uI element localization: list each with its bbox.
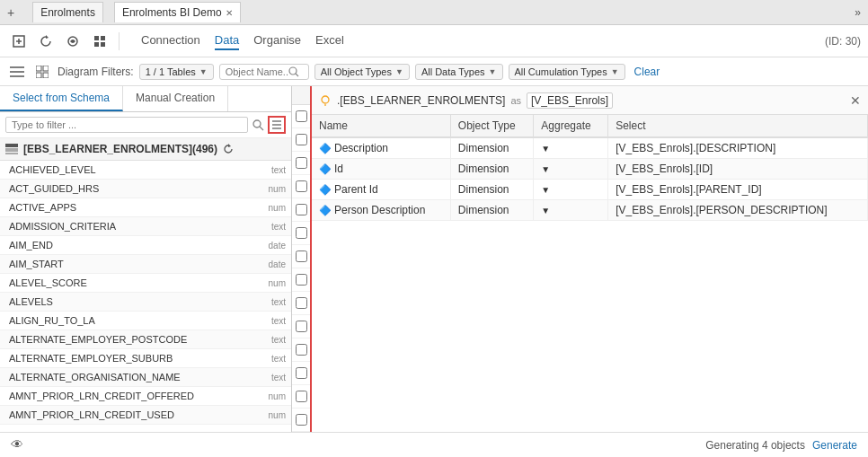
tab-close-icon[interactable]: ✕ (226, 8, 233, 18)
schema-filter-input[interactable] (5, 117, 248, 133)
row-checkbox[interactable] (296, 297, 307, 309)
tables-filter-value: 1 / 1 Tables (146, 66, 196, 77)
clear-filters-button[interactable]: Clear (634, 66, 660, 78)
schema-list-item[interactable]: AIM_ENDdate (0, 236, 291, 255)
status-text: Generating 4 objects (705, 439, 805, 452)
checkbox-cell[interactable] (292, 175, 310, 198)
grid-button[interactable] (88, 30, 111, 53)
svg-point-18 (253, 120, 261, 127)
refresh-button[interactable] (34, 30, 58, 53)
svg-rect-12 (36, 66, 41, 71)
cell-type: Dimension (450, 159, 533, 180)
row-checkbox[interactable] (296, 227, 307, 239)
schema-list-item[interactable]: ALEVELStext (0, 293, 291, 312)
right-table-wrapper: Name Object Type Aggregate Select 🔷Descr… (312, 115, 868, 432)
grid-view-icon[interactable] (32, 62, 52, 82)
row-checkbox[interactable] (296, 321, 307, 332)
tab-manual-creation[interactable]: Manual Creation (123, 86, 228, 111)
schema-list-item[interactable]: ACTIVE_APPSnum (0, 198, 291, 217)
bulb-icon (319, 94, 332, 107)
checkbox-cell[interactable] (292, 128, 310, 152)
row-checkbox[interactable] (296, 274, 307, 286)
list-view-button[interactable] (268, 116, 286, 134)
checkbox-cell[interactable] (292, 292, 310, 315)
checkbox-cell[interactable] (292, 152, 310, 175)
row-checkbox[interactable] (296, 134, 307, 145)
row-checkbox[interactable] (296, 414, 307, 426)
cell-aggregate[interactable]: ▼ (534, 200, 608, 221)
schema-table-name: [EBS_LEARNER_ENROLMENTS](496) (23, 143, 217, 155)
row-checkbox[interactable] (296, 250, 307, 262)
menu-icon[interactable] (7, 62, 27, 82)
object-name-input[interactable] (226, 66, 288, 77)
checkbox-cell[interactable] (292, 362, 310, 385)
schema-list-item[interactable]: ALEVEL_SCOREnum (0, 274, 291, 293)
row-checkbox[interactable] (296, 157, 307, 169)
schema-tabs: Select from Schema Manual Creation (0, 86, 291, 112)
title-bar: + Enrolments Enrolments BI Demo ✕ » (0, 0, 868, 25)
schema-list-item[interactable]: AMNT_PRIOR_LRN_CREDIT_USEDnum (0, 406, 291, 425)
refresh-schema-icon[interactable] (223, 144, 234, 154)
cumulation-types-arrow: ▼ (611, 67, 619, 76)
nav-excel[interactable]: Excel (315, 31, 344, 50)
schema-list-item[interactable]: ALIGN_RU_TO_LAtext (0, 312, 291, 330)
nav-organise[interactable]: Organise (253, 31, 301, 50)
row-checkbox[interactable] (296, 110, 307, 122)
checkbox-cell[interactable] (292, 385, 310, 409)
alias-value[interactable]: [V_EBS_Enrols] (527, 92, 613, 109)
schema-search-icon[interactable] (252, 119, 264, 131)
checkbox-cell[interactable] (292, 315, 310, 338)
schema-list-item[interactable]: AMNT_PRIOR_LRN_CREDIT_OFFEREDnum (0, 387, 291, 406)
checkbox-cell[interactable] (292, 338, 310, 362)
row-checkbox[interactable] (296, 180, 307, 192)
generate-button[interactable]: Generate (812, 439, 857, 452)
close-right-panel-button[interactable]: ✕ (850, 93, 861, 108)
object-types-arrow: ▼ (395, 67, 403, 76)
schema-header[interactable]: [EBS_LEARNER_ENROLMENTS](496) (0, 138, 291, 161)
connection-id: (ID: 30) (825, 35, 861, 48)
cumulation-types-filter-chip[interactable]: All Cumulation Types ▼ (509, 64, 625, 80)
nav-data[interactable]: Data (215, 31, 239, 50)
schema-list-item[interactable]: ALTERNATE_EMPLOYER_POSTCODEtext (0, 330, 291, 349)
eye-icon[interactable]: 👁 (11, 437, 23, 452)
schema-list-item[interactable]: ALTERNATE_EMPLOYER_SUBURBtext (0, 349, 291, 368)
schema-list-item[interactable]: ADMISSION_CRITERIAtext (0, 217, 291, 236)
object-name-search[interactable] (219, 64, 309, 80)
tab-select-from-schema[interactable]: Select from Schema (0, 86, 123, 111)
svg-rect-6 (101, 36, 105, 40)
cell-type: Dimension (450, 200, 533, 221)
schema-list-item[interactable]: AIM_STARTdate (0, 255, 291, 274)
more-tabs-icon[interactable]: » (855, 6, 861, 19)
nav-connection[interactable]: Connection (141, 31, 200, 50)
data-table: Name Object Type Aggregate Select 🔷Descr… (312, 115, 868, 221)
cell-aggregate[interactable]: ▼ (534, 180, 608, 200)
checkbox-cell[interactable] (292, 409, 310, 432)
sync-button[interactable] (61, 30, 84, 53)
schema-list-item[interactable]: ALTERNATE_ORGANISATION_NAMEtext (0, 368, 291, 387)
tables-filter-chip[interactable]: 1 / 1 Tables ▼ (139, 64, 214, 80)
checkbox-cell[interactable] (292, 105, 310, 128)
svg-rect-25 (5, 153, 18, 154)
cell-aggregate[interactable]: ▼ (534, 159, 608, 180)
schema-list-item[interactable]: ACT_GUIDED_HRSnum (0, 180, 291, 198)
data-types-filter-chip[interactable]: All Data Types ▼ (415, 64, 503, 80)
svg-marker-3 (46, 35, 49, 39)
cell-aggregate[interactable]: ▼ (534, 137, 608, 159)
checkbox-cell[interactable] (292, 198, 310, 222)
checkbox-cell[interactable] (292, 222, 310, 245)
row-checkbox[interactable] (296, 204, 307, 215)
checkbox-cell[interactable] (292, 245, 310, 268)
row-checkbox[interactable] (296, 367, 307, 379)
tab-enrolments-bi-demo[interactable]: Enrolments BI Demo ✕ (114, 2, 241, 22)
add-tab-button[interactable]: + (7, 5, 14, 20)
object-types-filter-chip[interactable]: All Object Types ▼ (314, 64, 410, 80)
schema-search-row (0, 112, 291, 138)
data-types-value: All Data Types (421, 66, 485, 77)
checkbox-cell[interactable] (292, 268, 310, 292)
schema-list-item[interactable]: ACHIEVED_LEVELtext (0, 161, 291, 180)
row-checkbox[interactable] (296, 391, 307, 402)
tab-enrolments[interactable]: Enrolments (32, 2, 103, 22)
row-checkbox[interactable] (296, 344, 307, 356)
new-button[interactable] (7, 30, 31, 53)
separator (119, 32, 120, 50)
